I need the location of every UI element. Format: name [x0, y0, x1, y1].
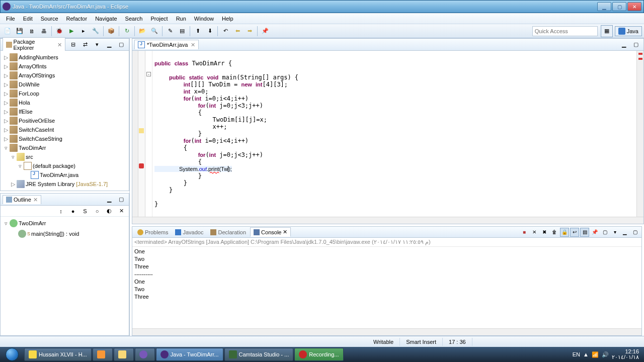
- system-tray[interactable]: EN ▲ 📶 🔊 12:16 ٢٠١٤/٠١/١٨: [569, 349, 643, 360]
- show-console-button[interactable]: ▤: [580, 228, 589, 237]
- sort-button[interactable]: ↕: [55, 206, 66, 217]
- overview-error-icon[interactable]: [638, 53, 642, 55]
- run-button[interactable]: ▶: [66, 26, 77, 37]
- last-edit-button[interactable]: ↶: [220, 26, 231, 37]
- fold-toggle-icon[interactable]: -: [146, 72, 151, 76]
- menu-help[interactable]: Help: [218, 15, 237, 23]
- scroll-lock-button[interactable]: 🔒: [560, 228, 569, 237]
- toggle-mark-button[interactable]: ✎: [165, 26, 176, 37]
- taskbar-item-eclipse[interactable]: Java - TwoDimArr...: [156, 348, 223, 361]
- print-button[interactable]: 🖶: [38, 26, 49, 37]
- minimize-button[interactable]: ▁: [597, 2, 611, 11]
- close-button[interactable]: ✕: [627, 2, 641, 11]
- quick-access-input[interactable]: [532, 26, 598, 36]
- run-last-button[interactable]: ▸: [78, 26, 89, 37]
- horizontal-scrollbar[interactable]: [132, 217, 643, 224]
- minimize-view-button[interactable]: ▁: [618, 39, 629, 50]
- search-button[interactable]: 🔍: [149, 26, 160, 37]
- package-explorer-tab[interactable]: Package Explorer ✕: [3, 37, 65, 52]
- pin-console-button[interactable]: 📌: [590, 228, 599, 237]
- taskbar-item[interactable]: [114, 348, 134, 361]
- open-console-button[interactable]: ▾: [610, 228, 619, 237]
- maximize-view-button[interactable]: ▢: [116, 39, 127, 50]
- close-icon[interactable]: ✕: [57, 42, 62, 48]
- start-button[interactable]: [1, 347, 23, 362]
- back-button[interactable]: ⬅: [232, 26, 243, 37]
- word-wrap-button[interactable]: ↩: [570, 228, 579, 237]
- language-indicator[interactable]: EN: [573, 351, 580, 357]
- taskbar-item-recording[interactable]: Recording...: [294, 348, 343, 361]
- new-button[interactable]: 📄: [2, 26, 13, 37]
- close-icon[interactable]: ✕: [191, 42, 195, 48]
- code-area[interactable]: public class TwoDimArr { public static v…: [152, 51, 636, 217]
- taskbar-item[interactable]: Camtasia Studio - ...: [224, 348, 294, 361]
- menu-run[interactable]: Run: [172, 15, 190, 23]
- minimize-view-button[interactable]: ▁: [104, 39, 115, 50]
- maximize-view-button[interactable]: ▢: [116, 194, 127, 205]
- close-icon[interactable]: ✕: [283, 229, 287, 235]
- hide-nonpublic-button[interactable]: ○: [92, 206, 103, 217]
- menu-file[interactable]: File: [2, 15, 19, 23]
- open-type-button[interactable]: 📂: [137, 26, 148, 37]
- debug-button[interactable]: 🐞: [54, 26, 65, 37]
- annotation-prev-button[interactable]: ⬆: [192, 26, 203, 37]
- tray-network-icon[interactable]: 📶: [592, 351, 599, 358]
- collapse-all-button[interactable]: ⊟: [67, 39, 78, 50]
- menu-source[interactable]: Source: [37, 15, 62, 23]
- tray-volume-icon[interactable]: 🔊: [602, 351, 609, 358]
- overview-error-icon[interactable]: [638, 58, 642, 60]
- save-button[interactable]: 💾: [14, 26, 25, 37]
- menu-navigate[interactable]: Navigate: [91, 15, 121, 23]
- horizontal-scrollbar[interactable]: [132, 328, 641, 335]
- clock[interactable]: 12:16 ٢٠١٤/٠١/١٨: [612, 349, 639, 360]
- console-output[interactable]: One Two Three ---------- One Two Three: [132, 247, 641, 328]
- taskbar-item[interactable]: [135, 348, 155, 361]
- external-tools-button[interactable]: 🔧: [90, 26, 101, 37]
- java-perspective-button[interactable]: Java: [615, 26, 642, 36]
- editor-tab[interactable]: *TwoDimArr.java ✕: [134, 40, 199, 49]
- taskbar-item[interactable]: Hussain XLVII - H...: [24, 348, 92, 361]
- display-selected-button[interactable]: ▢: [600, 228, 609, 237]
- outline-tab[interactable]: Outline ✕: [3, 195, 41, 204]
- tab-problems[interactable]: Problems: [134, 228, 171, 236]
- refresh-button[interactable]: ↻: [121, 26, 132, 37]
- menu-project[interactable]: Project: [146, 15, 172, 23]
- code-editor[interactable]: - public class TwoDimArr { public static…: [132, 51, 643, 217]
- menu-refactor[interactable]: Refactor: [62, 15, 92, 23]
- forward-button[interactable]: ➡: [244, 26, 255, 37]
- minimize-view-button[interactable]: ▁: [104, 194, 115, 205]
- toggle-breadcrumb-button[interactable]: ▤: [177, 26, 188, 37]
- annotation-next-button[interactable]: ⬇: [204, 26, 215, 37]
- tab-javadoc[interactable]: Javadoc: [172, 228, 206, 236]
- hide-local-button[interactable]: ◐: [104, 206, 115, 217]
- tab-declaration[interactable]: Declaration: [207, 228, 249, 236]
- maximize-button[interactable]: ▢: [612, 2, 626, 11]
- menu-window[interactable]: Window: [190, 15, 218, 23]
- focus-button[interactable]: ✕: [116, 206, 127, 217]
- tab-console[interactable]: Console✕: [250, 227, 291, 237]
- error-marker-icon[interactable]: [139, 163, 144, 168]
- hide-fields-button[interactable]: ●: [67, 206, 78, 217]
- warning-marker-icon[interactable]: [139, 128, 144, 133]
- maximize-view-button[interactable]: ▢: [630, 228, 639, 237]
- menu-search[interactable]: Search: [121, 15, 147, 23]
- clear-console-button[interactable]: 🗑: [550, 228, 559, 237]
- view-menu-button[interactable]: ▾: [92, 39, 103, 50]
- new-package-button[interactable]: 📦: [106, 26, 117, 37]
- remove-all-button[interactable]: ✖: [540, 228, 549, 237]
- remove-launch-button[interactable]: ✕: [530, 228, 539, 237]
- tray-flag-icon[interactable]: ▲: [583, 351, 589, 357]
- open-perspective-button[interactable]: ▦: [601, 25, 613, 37]
- menu-edit[interactable]: Edit: [19, 15, 37, 23]
- hide-static-button[interactable]: S: [79, 206, 91, 217]
- terminate-button[interactable]: ■: [520, 228, 529, 237]
- taskbar-item[interactable]: [93, 348, 113, 361]
- outline-tree[interactable]: ▿TwoDimArr Smain(String[]) : void: [1, 217, 129, 335]
- pin-button[interactable]: 📌: [260, 26, 271, 37]
- maximize-view-button[interactable]: ▢: [630, 39, 641, 50]
- minimize-view-button[interactable]: ▁: [620, 228, 629, 237]
- package-explorer-tree[interactable]: ▷AddingNumbers ▷ArrayOfInts ▷ArrayOfStri…: [1, 51, 129, 191]
- save-all-button[interactable]: 🗎: [26, 26, 37, 37]
- link-editor-button[interactable]: ⇄: [79, 39, 91, 50]
- close-icon[interactable]: ✕: [33, 197, 38, 203]
